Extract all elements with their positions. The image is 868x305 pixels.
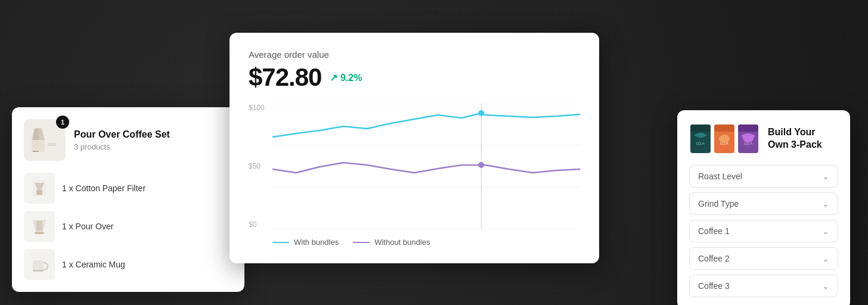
svg-rect-22 <box>714 125 734 132</box>
dropdown-coffee-2[interactable]: Coffee 2 ⌄ <box>689 247 838 270</box>
build-bag-images: EQUA EQUA EQUA <box>689 122 760 155</box>
bag-2-icon: EQUA <box>713 122 736 155</box>
svg-rect-10 <box>36 221 42 231</box>
item-label-pourover: 1 x Pour Over <box>62 222 113 231</box>
y-label-0: $0 <box>249 220 270 229</box>
legend-line-with-bundles <box>272 242 289 243</box>
cart-header: 1 Pour Over Coffee Set 3 products <box>24 119 232 161</box>
svg-rect-26 <box>738 125 758 132</box>
chart-svg <box>272 104 580 229</box>
bag-image-1: EQUA <box>689 122 712 155</box>
dropdown-coffee-3[interactable]: Coffee 3 ⌄ <box>689 275 838 297</box>
cart-product-title: Pour Over Coffee Set <box>74 129 170 141</box>
dropdown-coffee-1-label: Coffee 1 <box>698 226 730 236</box>
legend-line-without-bundles <box>353 242 370 243</box>
legend-label-with-bundles: With bundles <box>294 238 339 247</box>
dropdown-coffee-1[interactable]: Coffee 1 ⌄ <box>689 220 838 242</box>
analytics-change: ↗ 9.2% <box>330 72 362 83</box>
dropdown-grind-type-label: Grind Type <box>698 199 739 208</box>
dropdown-coffee-3-label: Coffee 3 <box>698 281 730 291</box>
svg-rect-2 <box>34 129 39 140</box>
bag-image-3: EQUA <box>737 122 760 155</box>
analytics-label: Average order value <box>249 49 580 60</box>
cart-card: 1 Pour Over Coffee Set 3 products 1 x Co… <box>12 107 244 292</box>
cart-item: 1 x Pour Over <box>24 211 232 242</box>
svg-rect-8 <box>36 190 42 195</box>
chevron-down-icon: ⌄ <box>822 254 829 263</box>
cart-item: 1 x Ceramic Mug <box>24 249 232 280</box>
chevron-down-icon: ⌄ <box>822 281 829 291</box>
chevron-down-icon: ⌄ <box>822 172 829 181</box>
with-bundles-line <box>272 113 580 137</box>
mug-icon <box>28 253 51 276</box>
chevron-down-icon: ⌄ <box>822 226 829 236</box>
item-thumb-pourover <box>24 211 55 242</box>
bag-3-icon: EQUA <box>737 122 760 155</box>
pourover-icon <box>28 215 51 238</box>
svg-rect-0 <box>32 140 45 152</box>
svg-rect-5 <box>33 151 39 152</box>
svg-rect-13 <box>33 270 44 272</box>
chart-y-labels: $100 $50 $0 <box>249 104 270 247</box>
analytics-value: $72.80 <box>249 63 321 92</box>
item-label-filter: 1 x Cotton Paper Filter <box>62 183 145 193</box>
without-bundles-line <box>272 163 580 173</box>
svg-text:EQUA: EQUA <box>696 142 705 145</box>
build-dropdowns: Roast Level ⌄ Grind Type ⌄ Coffee 1 ⌄ Co… <box>689 165 838 297</box>
item-thumb-mug <box>24 249 55 280</box>
chart-legend: With bundles Without bundles <box>272 238 430 247</box>
y-label-50: $50 <box>249 162 270 170</box>
analytics-card: Average order value $72.80 ↗ 9.2% $100 $… <box>230 33 599 263</box>
pour-over-set-icon <box>27 122 63 158</box>
dropdown-coffee-2-label: Coffee 2 <box>698 254 730 263</box>
cart-product-subtitle: 3 products <box>74 142 170 151</box>
svg-rect-12 <box>33 260 44 271</box>
chart-svg-container <box>272 104 580 229</box>
legend-label-without-bundles: Without bundles <box>374 238 430 247</box>
cart-items-list: 1 x Cotton Paper Filter 1 x Pour Over <box>24 173 232 280</box>
dropdown-roast-level[interactable]: Roast Level ⌄ <box>689 165 838 188</box>
item-label-mug: 1 x Ceramic Mug <box>62 260 125 269</box>
dropdown-grind-type[interactable]: Grind Type ⌄ <box>689 192 838 215</box>
chevron-down-icon: ⌄ <box>822 199 829 208</box>
analytics-value-row: $72.80 ↗ 9.2% <box>249 63 580 92</box>
svg-rect-4 <box>48 143 56 146</box>
build-title: Build Your Own 3-Pack <box>768 126 838 151</box>
bag-image-2: EQUA <box>713 122 736 155</box>
build-card: EQUA EQUA EQUA <box>677 110 850 305</box>
cart-product-info: Pour Over Coffee Set 3 products <box>74 129 170 151</box>
y-label-100: $100 <box>249 104 270 112</box>
without-bundles-dot <box>478 162 484 168</box>
legend-without-bundles: Without bundles <box>353 238 430 247</box>
cart-product-image-wrap: 1 <box>24 119 66 161</box>
item-thumb-filter <box>24 173 55 204</box>
chart-area: $100 $50 $0 <box>249 104 580 247</box>
bag-1-icon: EQUA <box>689 122 712 155</box>
filter-icon <box>28 177 51 200</box>
cart-item: 1 x Cotton Paper Filter <box>24 173 232 204</box>
cart-badge: 1 <box>56 116 69 129</box>
svg-rect-19 <box>690 125 711 132</box>
svg-point-24 <box>719 135 730 143</box>
dropdown-roast-level-label: Roast Level <box>698 172 742 181</box>
build-header: EQUA EQUA EQUA <box>689 122 838 155</box>
with-bundles-dot <box>478 110 484 116</box>
legend-with-bundles: With bundles <box>272 238 339 247</box>
svg-rect-11 <box>35 232 44 234</box>
